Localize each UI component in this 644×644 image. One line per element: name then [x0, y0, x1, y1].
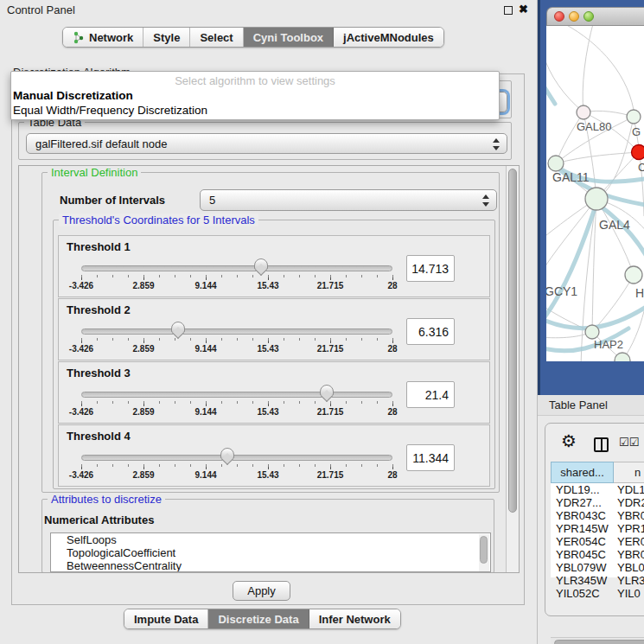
column-header-name[interactable]: n: [614, 462, 644, 483]
close-traffic-light[interactable]: [554, 11, 564, 22]
list-scrollbar-thumb[interactable]: [480, 536, 488, 564]
tab-style[interactable]: Style: [143, 28, 190, 47]
table-row[interactable]: YBR043CYBR0: [551, 509, 644, 522]
cell-name[interactable]: YIL0: [617, 587, 641, 600]
cell-shared-name[interactable]: YLR345W: [556, 574, 607, 587]
table-row[interactable]: YDR27...YDR2: [551, 496, 644, 509]
table-window: ⚙ ☑☑ shared... n YDL19...YDL1 YDR27...YD…: [545, 423, 644, 616]
algorithm-option-manual[interactable]: Manual Discretization: [13, 89, 133, 102]
zoom-traffic-light[interactable]: [583, 11, 594, 22]
cell-name[interactable]: YBL0: [617, 561, 644, 574]
cell-name[interactable]: YBR0: [617, 509, 644, 522]
tick-label: 9.144: [194, 407, 216, 417]
tick-label: 28: [387, 344, 397, 354]
apply-button[interactable]: Apply: [233, 581, 290, 601]
attributes-group: Attributes to discretize Numerical Attri…: [41, 499, 494, 573]
combo-spinner-icon: [482, 194, 490, 207]
settings-scrollbar[interactable]: [506, 166, 519, 572]
close-icon[interactable]: ✖: [519, 3, 528, 16]
cell-name[interactable]: YDR2: [617, 496, 644, 509]
cell-shared-name[interactable]: YPR145W: [556, 522, 609, 535]
network-canvas[interactable]: GAL80 G C GAL11 GAL4 GCY1 H HAP2: [546, 26, 644, 361]
node-label-gcy1: GCY1: [546, 284, 577, 298]
num-intervals-combobox[interactable]: 5: [200, 189, 497, 211]
table-row[interactable]: YLR345WYLR3: [551, 574, 644, 587]
algorithm-option-equal-width[interactable]: Equal Width/Frequency Discretization: [13, 104, 207, 117]
tab-infer-network[interactable]: Infer Network: [309, 609, 400, 628]
tab-infer-network-label: Infer Network: [319, 613, 391, 626]
node-bottom[interactable]: [615, 353, 630, 361]
table-row[interactable]: YPR145WYPR1: [551, 522, 644, 535]
threshold-1-slider-handle[interactable]: [254, 258, 268, 270]
threshold-2-slider-handle[interactable]: [171, 322, 185, 333]
cell-shared-name[interactable]: YBL079W: [556, 561, 607, 574]
table-row[interactable]: YBL079WYBL0: [551, 561, 644, 574]
node-gal4[interactable]: [585, 188, 608, 210]
list-item[interactable]: BetweennessCentrality: [51, 559, 490, 572]
table-row[interactable]: YER054CYER0: [551, 535, 644, 548]
threshold-4-slider-handle[interactable]: [220, 448, 234, 459]
list-scrollbar[interactable]: [479, 534, 489, 572]
tick-label: 15.43: [257, 470, 278, 480]
threshold-4-panel: Threshold 4 -3.426 2.859 9.144 15.43 21.…: [58, 424, 490, 487]
node-label-gal11: GAL11: [552, 170, 590, 184]
cell-name[interactable]: YPR1: [617, 522, 644, 535]
table-data-selected: galFiltered.sif default node: [35, 137, 167, 150]
column-header-shared-name[interactable]: shared...: [551, 462, 614, 483]
network-window-titlebar[interactable]: [546, 7, 644, 26]
tab-impute-data[interactable]: Impute Data: [124, 609, 208, 628]
cell-name[interactable]: YBR0: [617, 548, 644, 561]
list-item[interactable]: TopologicalCoefficient: [51, 546, 490, 559]
select-columns-icon[interactable]: ☑☑: [619, 436, 639, 449]
node-selected-red[interactable]: [632, 145, 644, 160]
table-row[interactable]: YDL19...YDL1: [551, 483, 644, 496]
threshold-3-slider-handle[interactable]: [320, 385, 334, 396]
tab-jactivemnodules[interactable]: jActiveMNodules: [334, 28, 443, 47]
cell-shared-name[interactable]: YBR043C: [556, 509, 606, 522]
node-gal80[interactable]: [577, 105, 590, 119]
float-window-icon[interactable]: [504, 6, 513, 15]
list-item[interactable]: SelfLoops: [51, 533, 490, 546]
tab-discretize-data[interactable]: Discretize Data: [208, 609, 309, 628]
settings-scrollbar-thumb[interactable]: [508, 169, 517, 513]
cell-name[interactable]: YDL1: [617, 483, 644, 496]
threshold-3-value-field[interactable]: [406, 381, 455, 408]
cell-shared-name[interactable]: YIL052C: [556, 587, 600, 600]
cell-shared-name[interactable]: YER054C: [556, 535, 606, 548]
tab-impute-data-label: Impute Data: [134, 613, 198, 626]
tick-label: 21.715: [317, 470, 344, 480]
table-horizontal-scrollbar[interactable]: [551, 637, 644, 644]
tab-select[interactable]: Select: [190, 28, 243, 47]
cell-name[interactable]: YER0: [617, 535, 644, 548]
minimize-traffic-light[interactable]: [569, 11, 579, 22]
node-clipped-top[interactable]: [627, 110, 641, 124]
threshold-4-slider-track[interactable]: [81, 455, 392, 461]
threshold-2-slider-track[interactable]: [81, 328, 392, 335]
cell-name[interactable]: YLR3: [617, 574, 644, 587]
cell-shared-name[interactable]: YDR27...: [556, 496, 602, 509]
threshold-1-slider-track[interactable]: [81, 265, 392, 271]
table-data-group: Table Data galFiltered.sif default node: [18, 122, 512, 160]
threshold-1-value-field[interactable]: [406, 255, 455, 282]
split-columns-icon[interactable]: [594, 437, 609, 452]
tick-label: 2.859: [132, 281, 154, 290]
node-clipped-right[interactable]: [625, 266, 642, 284]
cell-shared-name[interactable]: YBR045C: [556, 548, 606, 561]
table-horizontal-scrollbar-thumb[interactable]: [554, 640, 644, 644]
threshold-2-panel: Threshold 2 -3.426 2.859 9.144 15.43 21.…: [58, 298, 490, 360]
gear-icon[interactable]: ⚙: [561, 430, 577, 451]
control-panel-titlebar: Control Panel: [0, 0, 537, 21]
threshold-3-slider-track[interactable]: [81, 392, 392, 398]
table-row[interactable]: YIL052CYIL0: [551, 587, 644, 600]
table-row[interactable]: YBR045CYBR0: [551, 548, 644, 561]
node-hap2[interactable]: [585, 325, 599, 339]
threshold-4-value-field[interactable]: [406, 444, 455, 471]
network-icon: [73, 31, 85, 44]
tab-network[interactable]: Network: [63, 28, 143, 47]
node-gal11[interactable]: [548, 156, 564, 171]
table-data-combobox[interactable]: galFiltered.sif default node: [26, 133, 507, 154]
threshold-2-value-field[interactable]: [406, 318, 455, 345]
cell-shared-name[interactable]: YDL19...: [556, 483, 600, 496]
attributes-listbox: SelfLoops TopologicalCoefficient Between…: [50, 532, 491, 572]
tab-cyni-toolbox[interactable]: Cyni Toolbox: [244, 28, 334, 47]
